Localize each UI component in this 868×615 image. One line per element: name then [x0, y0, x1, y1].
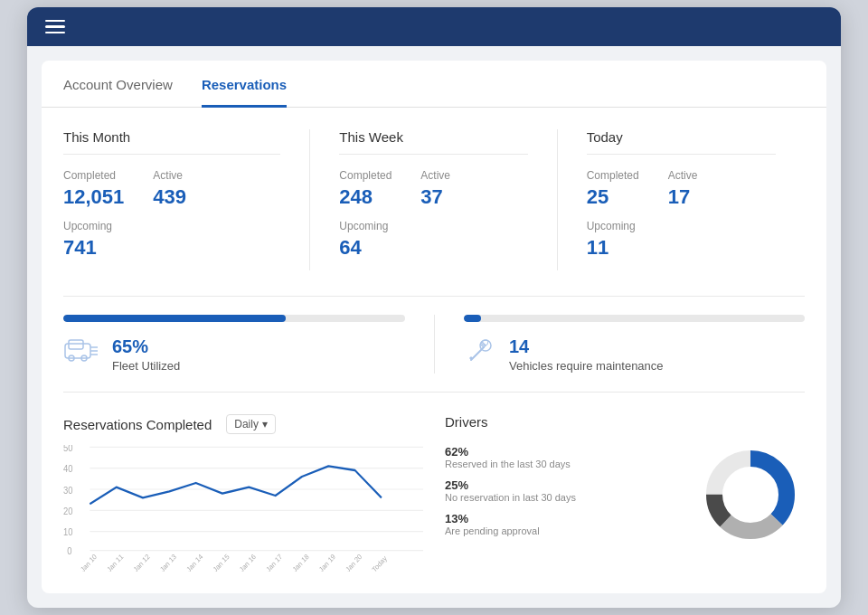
- fleet-text: 65% Fleet Utilized: [112, 336, 180, 373]
- tab-bar: Account Overview Reservations: [42, 61, 826, 108]
- stat-row-upcoming-today: Upcoming 11: [587, 220, 776, 260]
- maintenance-progress-fill: [464, 315, 481, 322]
- svg-text:50: 50: [63, 445, 73, 453]
- stat-upcoming-week: Upcoming 64: [339, 220, 388, 260]
- chart-block: Reservations Completed Daily ▾: [63, 414, 423, 572]
- period-label-month: This Month: [63, 129, 280, 155]
- stat-row: Completed 25 Active 17: [587, 169, 776, 209]
- content-area: This Month Completed 12,051 Active 439: [42, 108, 826, 593]
- drivers-content: 62% Reserved in the last 30 days 25% No …: [445, 440, 805, 549]
- period-label-today: Today: [587, 129, 776, 155]
- fleet-icon: [63, 335, 99, 374]
- progress-section: 65% Fleet Utilized: [63, 296, 805, 393]
- fleet-progress-bar: [63, 315, 405, 322]
- stat-upcoming-month: Upcoming 741: [63, 220, 112, 260]
- stats-this-week: This Week Completed 248 Active 37: [310, 129, 557, 270]
- wrench-icon: [464, 335, 496, 374]
- legend-item-2: 25% No reservation in last 30 days: [445, 478, 678, 503]
- chart-filter-dropdown[interactable]: Daily ▾: [226, 414, 276, 434]
- legend-item-1: 62% Reserved in the last 30 days: [445, 445, 678, 469]
- stat-completed-month: Completed 12,051: [63, 169, 124, 209]
- svg-text:Jan 14: Jan 14: [185, 552, 205, 572]
- period-label-week: This Week: [339, 129, 527, 155]
- app-window: Account Overview Reservations This Month…: [27, 7, 841, 609]
- svg-text:Jan 10: Jan 10: [79, 553, 99, 572]
- maintenance-info: 14 Vehicles require maintenance: [464, 335, 805, 374]
- tab-account-overview[interactable]: Account Overview: [63, 61, 173, 108]
- svg-text:Jan 13: Jan 13: [158, 553, 178, 572]
- tab-reservations[interactable]: Reservations: [202, 61, 287, 108]
- svg-text:Jan 11: Jan 11: [106, 553, 126, 572]
- stat-row: Completed 12,051 Active 439: [63, 169, 280, 209]
- svg-text:40: 40: [63, 464, 73, 475]
- legend-item-3: 13% Are pending approval: [445, 512, 678, 536]
- svg-text:Jan 20: Jan 20: [344, 553, 364, 572]
- maintenance-text: 14 Vehicles require maintenance: [509, 336, 664, 373]
- svg-text:Jan 12: Jan 12: [132, 553, 152, 572]
- svg-text:10: 10: [63, 527, 73, 538]
- chart-area: 50 40 30 20 10 0 Jan 10 Jan 11: [63, 445, 423, 572]
- fleet-info: 65% Fleet Utilized: [63, 335, 405, 374]
- donut-chart: [696, 440, 805, 549]
- svg-text:20: 20: [63, 506, 73, 517]
- stat-row-upcoming-week: Upcoming 64: [339, 220, 527, 260]
- svg-text:Jan 15: Jan 15: [212, 553, 231, 572]
- stat-active-week: Active 37: [420, 169, 450, 209]
- maintenance-progress-bar: [464, 315, 805, 322]
- stat-active-today: Active 17: [668, 169, 698, 209]
- stat-active-month: Active 439: [153, 169, 186, 209]
- chevron-down-icon: ▾: [262, 418, 268, 430]
- titlebar: [27, 7, 841, 47]
- stats-grid: This Month Completed 12,051 Active 439: [63, 129, 805, 270]
- drivers-block: Drivers 62% Reserved in the last 30 days…: [445, 414, 805, 572]
- hamburger-icon[interactable]: [45, 20, 65, 34]
- maintenance-block: 14 Vehicles require maintenance: [434, 315, 805, 374]
- stat-upcoming-today: Upcoming 11: [587, 220, 636, 260]
- stat-completed-today: Completed 25: [587, 169, 639, 209]
- main-card: Account Overview Reservations This Month…: [42, 61, 826, 593]
- stats-today: Today Completed 25 Active 17 Upc: [558, 129, 805, 270]
- stat-completed-week: Completed 248: [339, 169, 392, 209]
- chart-header: Reservations Completed Daily ▾: [63, 414, 423, 434]
- svg-text:Jan 17: Jan 17: [265, 553, 285, 572]
- stats-this-month: This Month Completed 12,051 Active 439: [63, 129, 310, 270]
- svg-text:30: 30: [63, 485, 73, 496]
- bottom-section: Reservations Completed Daily ▾: [63, 414, 805, 572]
- line-chart: 50 40 30 20 10 0 Jan 10 Jan 11: [63, 445, 423, 572]
- fleet-progress-fill: [63, 315, 286, 322]
- stat-row-upcoming-month: Upcoming 741: [63, 220, 280, 260]
- drivers-title: Drivers: [445, 414, 805, 430]
- svg-point-36: [725, 469, 776, 520]
- svg-text:Today: Today: [371, 554, 389, 572]
- svg-text:Jan 16: Jan 16: [238, 553, 258, 572]
- stat-row: Completed 248 Active 37: [339, 169, 527, 209]
- svg-text:Jan 18: Jan 18: [291, 553, 311, 572]
- fleet-block: 65% Fleet Utilized: [63, 315, 434, 374]
- svg-rect-1: [69, 340, 83, 349]
- chart-title: Reservations Completed: [63, 417, 212, 432]
- svg-text:Jan 19: Jan 19: [317, 553, 337, 572]
- drivers-legend: 62% Reserved in the last 30 days 25% No …: [445, 445, 678, 545]
- svg-text:0: 0: [67, 546, 72, 557]
